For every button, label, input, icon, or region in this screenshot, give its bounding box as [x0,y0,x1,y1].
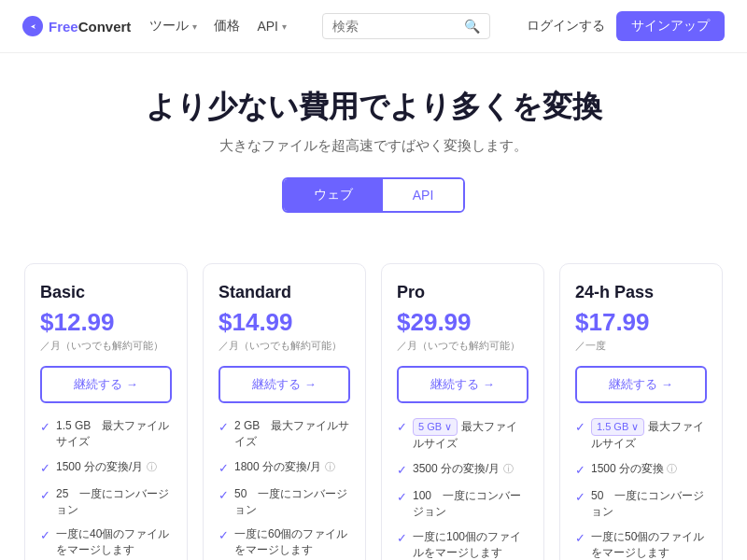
check-icon: ✓ [575,419,585,436]
plan-name: Standard [218,283,350,302]
info-icon[interactable]: ⓘ [667,463,677,474]
search-icon: 🔍 [464,19,480,34]
check-icon: ✓ [397,462,407,479]
feature-item: ✓ 50 一度にコンバージョン [218,486,350,518]
info-icon[interactable]: ⓘ [503,463,514,474]
plan-period: ／月（いつでも解約可能） [218,339,350,353]
chevron-down-icon: ▾ [192,21,197,32]
feature-text: 1.5 GB 最大ファイルサイズ [56,418,172,450]
tab-api[interactable]: API [383,179,464,211]
continue-button[interactable]: 継続する → [575,366,707,403]
check-icon: ✓ [397,530,407,547]
signup-button[interactable]: サインアップ [616,11,725,41]
plan-card: Basic $12.99 ／月（いつでも解約可能） 継続する → ✓ 1.5 G… [24,263,188,560]
feature-item: ✓ 25 一度にコンバージョン [40,486,172,518]
feature-item: ✓ 一度に40個のファイルをマージします [40,526,172,558]
feature-item: ✓ 100 一度にコンバージョン [397,488,529,520]
logo-icon [22,16,43,36]
plan-price: $29.99 [397,308,529,337]
feature-text: 100 一度にコンバージョン [413,488,529,520]
feature-item: ✓ 一度に100個のファイルをマージします [397,529,529,560]
plan-price: $17.99 [575,308,707,337]
check-icon: ✓ [218,527,229,544]
hero-subtitle: 大きなファイルを超高速ですばやく変換します。 [19,137,728,155]
feature-item: ✓ 5 GB ∨最大ファイルサイズ [397,418,529,452]
check-icon: ✓ [40,527,50,544]
tab-web[interactable]: ウェブ [284,179,383,211]
feature-item: ✓ 3500 分の変換/月 ⓘ [397,461,529,479]
plan-card: 24-h Pass $17.99 ／一度 継続する → ✓ 1.5 GB ∨最大… [559,263,723,560]
feature-item: ✓ 1800 分の変換/月 ⓘ [218,459,350,477]
hero-title: より少ない費用でより多くを変換 [19,87,728,128]
plan-period: ／月（いつでも解約可能） [40,339,172,353]
feature-text: 1500 分の変換 ⓘ [591,461,707,477]
feature-text: 一度に50個のファイルをマージします [591,529,707,560]
check-icon: ✓ [575,530,585,547]
chevron-down-icon: ▾ [282,21,287,32]
check-icon: ✓ [40,460,50,477]
check-icon: ✓ [397,489,407,506]
header: FreeConvert ツール ▾ 価格 API ▾ 🔍 ログインする サインア… [0,0,747,53]
search-box[interactable]: 🔍 [322,13,490,39]
plan-name: Pro [397,283,529,302]
header-left: FreeConvert ツール ▾ 価格 API ▾ [22,16,287,36]
nav-api[interactable]: API ▾ [257,19,287,34]
login-button[interactable]: ログインする [527,18,605,35]
feature-text: 1.5 GB ∨最大ファイルサイズ [591,418,707,452]
feature-text: 一度に40個のファイルをマージします [56,526,172,558]
view-toggle: ウェブ API [282,177,466,213]
plan-name: 24-h Pass [575,283,707,302]
logo[interactable]: FreeConvert [22,16,131,36]
feature-text: 一度に60個のファイルをマージします [234,526,350,558]
feature-text: 5 GB ∨最大ファイルサイズ [413,418,529,452]
feature-text: 一度に100個のファイルをマージします [413,529,529,560]
feature-item: ✓ 1.5 GB ∨最大ファイルサイズ [575,418,707,452]
plan-period: ／月（いつでも解約可能） [397,339,529,353]
check-icon: ✓ [575,462,585,479]
logo-text: FreeConvert [49,19,131,35]
header-center: 🔍 [322,13,490,39]
nav-pricing[interactable]: 価格 [214,18,240,35]
check-icon: ✓ [218,460,229,477]
plan-price: $12.99 [40,308,172,337]
check-icon: ✓ [218,487,229,504]
feature-text: 50 一度にコンバージョン [591,488,707,520]
feature-text: 50 一度にコンバージョン [234,486,350,518]
header-right: ログインする サインアップ [527,11,725,41]
plan-name: Basic [40,283,172,302]
search-input[interactable] [332,19,458,34]
info-icon[interactable]: ⓘ [325,461,335,472]
plan-card: Standard $14.99 ／月（いつでも解約可能） 継続する → ✓ 2 … [203,263,366,560]
plan-card: Pro $29.99 ／月（いつでも解約可能） 継続する → ✓ 5 GB ∨最… [381,263,544,560]
nav-tools[interactable]: ツール ▾ [149,18,197,35]
feature-badge[interactable]: 5 GB ∨ [413,418,458,436]
feature-text: 2 GB 最大ファイルサイズ [234,418,350,450]
feature-item: ✓ 一度に50個のファイルをマージします [575,529,707,560]
pricing-grid: Basic $12.99 ／月（いつでも解約可能） 継続する → ✓ 1.5 G… [9,263,738,560]
feature-item: ✓ 1.5 GB 最大ファイルサイズ [40,418,172,450]
hero-section: より少ない費用でより多くを変換 大きなファイルを超高速ですばやく変換します。 ウ… [0,53,747,263]
feature-text: 1500 分の変換/月 ⓘ [56,459,172,475]
plan-price: $14.99 [218,308,350,337]
feature-text: 25 一度にコンバージョン [56,486,172,518]
info-icon[interactable]: ⓘ [147,461,157,472]
feature-item: ✓ 1500 分の変換/月 ⓘ [40,459,172,477]
check-icon: ✓ [40,419,50,436]
continue-button[interactable]: 継続する → [40,366,172,403]
check-icon: ✓ [218,419,229,436]
feature-item: ✓ 50 一度にコンバージョン [575,488,707,520]
feature-text: 1800 分の変換/月 ⓘ [234,459,350,475]
check-icon: ✓ [397,419,407,436]
check-icon: ✓ [40,487,50,504]
feature-badge[interactable]: 1.5 GB ∨ [591,418,644,436]
continue-button[interactable]: 継続する → [218,366,350,403]
feature-text: 3500 分の変換/月 ⓘ [413,461,529,477]
continue-button[interactable]: 継続する → [397,366,529,403]
check-icon: ✓ [575,489,585,506]
main-nav: ツール ▾ 価格 API ▾ [149,18,287,35]
plan-period: ／一度 [575,339,707,353]
feature-item: ✓ 一度に60個のファイルをマージします [218,526,350,558]
feature-item: ✓ 1500 分の変換 ⓘ [575,461,707,479]
feature-item: ✓ 2 GB 最大ファイルサイズ [218,418,350,450]
